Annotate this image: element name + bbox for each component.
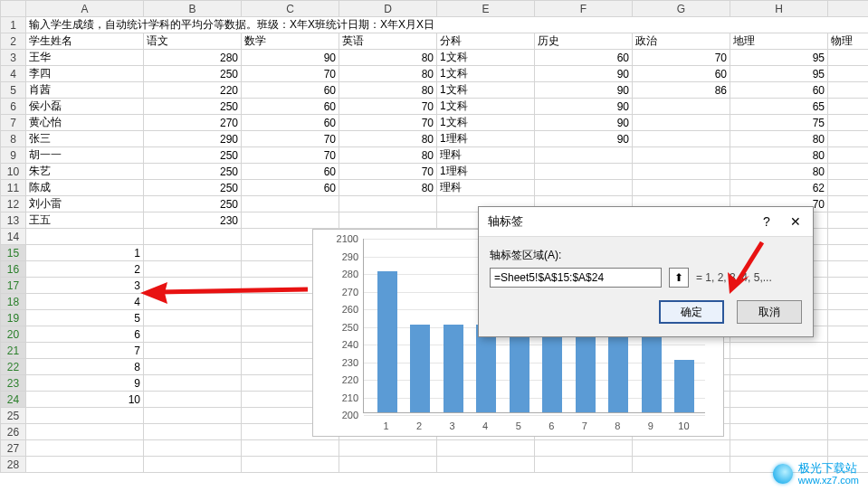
cell[interactable]: 胡一一 <box>26 147 144 164</box>
cell[interactable] <box>26 440 144 457</box>
row-header[interactable]: 9 <box>1 147 26 164</box>
cell[interactable]: 58 <box>828 212 869 229</box>
cell[interactable]: 86 <box>828 147 869 164</box>
chart-bar[interactable] <box>510 325 529 413</box>
cell[interactable]: 90 <box>535 82 633 99</box>
cell[interactable]: 80 <box>339 147 437 164</box>
cell[interactable]: 1文科 <box>437 66 535 82</box>
cell[interactable] <box>144 424 242 440</box>
cell[interactable]: 60 <box>242 115 339 131</box>
cell[interactable]: 75 <box>730 115 828 131</box>
cell[interactable]: 80 <box>339 82 437 99</box>
cell[interactable]: 理科 <box>437 180 535 196</box>
cell[interactable]: 学生姓名 <box>26 33 144 50</box>
cell[interactable] <box>144 278 242 294</box>
cell[interactable] <box>828 261 869 278</box>
cell[interactable] <box>828 278 869 294</box>
cell[interactable]: 95 <box>730 50 828 66</box>
cell[interactable]: 2 <box>26 261 144 278</box>
cell[interactable] <box>242 440 339 457</box>
cell[interactable] <box>828 424 869 440</box>
cell[interactable] <box>828 229 869 245</box>
cell[interactable]: 1文科 <box>437 50 535 66</box>
cell[interactable] <box>633 99 730 115</box>
chart-bar[interactable] <box>377 271 397 412</box>
col-header[interactable]: E <box>437 1 535 17</box>
chart-bar[interactable] <box>674 360 694 413</box>
cell[interactable] <box>828 408 869 424</box>
col-header[interactable]: C <box>242 1 339 17</box>
cell[interactable]: 250 <box>144 164 242 180</box>
cell[interactable]: 语文 <box>144 33 242 50</box>
cell[interactable]: 60 <box>242 82 339 99</box>
row-header[interactable]: 14 <box>1 229 26 245</box>
corner-cell[interactable] <box>1 1 26 17</box>
cell[interactable]: 60 <box>242 164 339 180</box>
cell[interactable]: 侯小磊 <box>26 99 144 115</box>
cell[interactable]: 9 <box>26 375 144 392</box>
cell[interactable]: 68 <box>828 82 869 99</box>
cell[interactable]: 70 <box>633 50 730 66</box>
cell[interactable]: 80 <box>730 164 828 180</box>
cell[interactable] <box>535 164 633 180</box>
cell[interactable]: 物理 <box>828 33 869 50</box>
cell[interactable]: 肖茜 <box>26 82 144 99</box>
cell[interactable]: 1文科 <box>437 99 535 115</box>
col-header[interactable]: B <box>144 1 242 17</box>
cell[interactable]: 80 <box>730 131 828 147</box>
row-header[interactable]: 3 <box>1 50 26 66</box>
cell[interactable]: 7 <box>26 343 144 359</box>
cell[interactable] <box>633 457 730 473</box>
cell[interactable]: 60 <box>535 50 633 66</box>
cell[interactable]: 250 <box>144 99 242 115</box>
help-button[interactable]: ? <box>755 212 778 231</box>
cell[interactable]: 250 <box>144 180 242 196</box>
cell[interactable] <box>26 457 144 473</box>
row-header[interactable]: 4 <box>1 66 26 82</box>
cell[interactable]: 70 <box>339 115 437 131</box>
cell[interactable]: 80 <box>730 147 828 164</box>
cell[interactable] <box>144 245 242 261</box>
cell[interactable]: 1理科 <box>437 164 535 180</box>
cell[interactable] <box>144 440 242 457</box>
cell[interactable] <box>535 147 633 164</box>
row-header[interactable]: 2 <box>1 33 26 50</box>
cell[interactable]: 90 <box>535 115 633 131</box>
row-header[interactable]: 22 <box>1 359 26 375</box>
row-header[interactable]: 28 <box>1 457 26 473</box>
cell[interactable]: 83 <box>828 99 869 115</box>
cell[interactable] <box>828 294 869 310</box>
range-collapse-button[interactable]: ⬆ <box>669 268 689 288</box>
cell[interactable]: 92 <box>828 164 869 180</box>
cell[interactable]: 4 <box>26 294 144 310</box>
row-header[interactable]: 24 <box>1 392 26 408</box>
cell[interactable] <box>828 359 869 375</box>
col-header[interactable]: H <box>730 1 828 17</box>
range-input[interactable] <box>490 268 662 288</box>
row-header[interactable]: 26 <box>1 424 26 440</box>
cell[interactable]: 290 <box>144 131 242 147</box>
row-header[interactable]: 13 <box>1 212 26 229</box>
cell[interactable]: 220 <box>144 82 242 99</box>
cell[interactable]: 56 <box>828 50 869 66</box>
cell[interactable]: 60 <box>242 99 339 115</box>
cell[interactable]: 1 <box>26 245 144 261</box>
cell[interactable] <box>633 131 730 147</box>
row-header[interactable]: 5 <box>1 82 26 99</box>
row-header[interactable]: 12 <box>1 196 26 212</box>
cell[interactable] <box>730 343 828 359</box>
cell[interactable] <box>144 457 242 473</box>
cell[interactable]: 8 <box>26 359 144 375</box>
col-header[interactable]: D <box>339 1 437 17</box>
cell[interactable] <box>828 375 869 392</box>
col-header[interactable]: A <box>26 1 144 17</box>
cell[interactable]: 80 <box>339 50 437 66</box>
cell[interactable] <box>26 424 144 440</box>
cell[interactable]: 70 <box>242 147 339 164</box>
chart-bar[interactable] <box>608 325 628 413</box>
cell[interactable]: 70 <box>242 66 339 82</box>
cell[interactable] <box>828 326 869 343</box>
chart-bar[interactable] <box>642 325 662 413</box>
cell[interactable] <box>535 180 633 196</box>
cell[interactable]: 分科 <box>437 33 535 50</box>
